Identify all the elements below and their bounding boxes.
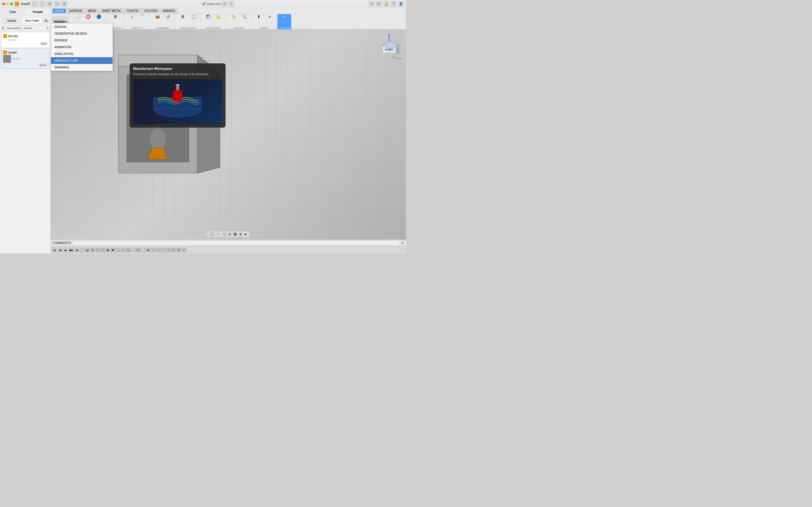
dropdown-item-design[interactable]: DESIGN	[51, 23, 112, 30]
share-button[interactable]: ↗	[369, 1, 374, 7]
tab-mesh[interactable]: MESH	[86, 8, 99, 13]
inspect-label[interactable]: INSPECT ▾	[233, 26, 245, 29]
modify-label[interactable]: MODIFY ▾	[132, 26, 143, 29]
tab-solid[interactable]: SOLID	[52, 8, 66, 13]
extensions-button[interactable]: ⬡	[376, 1, 382, 7]
tab-data[interactable]: Data	[0, 8, 26, 16]
viewport-ctrl-pan[interactable]: ✋	[216, 232, 220, 236]
construct-label[interactable]: CONSTRUCT ▾	[206, 26, 221, 29]
nav-icon-joint[interactable]: 🔧	[121, 248, 125, 252]
list-item[interactable]: lets diy 4/19/24 V1 ▾	[1, 32, 49, 47]
settings-icon[interactable]: ⚙	[43, 18, 49, 23]
next-button[interactable]: ▶▶	[69, 247, 74, 252]
nav-icon-more[interactable]: ⋯	[182, 248, 186, 252]
select-button[interactable]: ↖	[280, 14, 290, 19]
nav-icon-display[interactable]: 🖥	[90, 248, 95, 252]
assemble-joint-button[interactable]: 🔗	[163, 14, 173, 19]
tab-sheet-metal[interactable]: SHEET METAL	[99, 8, 124, 13]
modify-fillet-button[interactable]: ⌒	[138, 14, 148, 19]
modify-press-pull-button[interactable]: ↕	[127, 14, 137, 19]
nav-icon-sketch[interactable]: ✏	[95, 248, 100, 252]
comments-input[interactable]	[72, 241, 400, 245]
insert-2-button[interactable]: +	[264, 14, 274, 19]
prev-button[interactable]: ◀	[57, 247, 63, 252]
nav-icon-solid[interactable]: ⬡	[100, 248, 105, 252]
dropdown-item-render[interactable]: RENDER	[51, 37, 112, 44]
nav-icon-annotation[interactable]: 📝	[141, 248, 146, 252]
titlebar: CopyFi ← → ↺ 🔍 ✕ 🚀 rocket v14 ✕ + ↗ ⬡ 🔔 …	[0, 0, 406, 8]
insert-decal-button[interactable]: ⬇	[254, 14, 264, 19]
configure-2-button[interactable]: 📋	[188, 14, 199, 19]
upload-button[interactable]: Upload	[2, 18, 21, 24]
profile-button[interactable]: 👤	[398, 1, 404, 7]
assemble-new-component-button[interactable]: 📦	[152, 14, 162, 19]
viewport-ctrl-zoom[interactable]: 🔍	[222, 232, 226, 236]
configure-label[interactable]: CONFIGURE ▾	[181, 26, 196, 29]
viewport-ctrl-grid[interactable]: ⊞	[239, 232, 242, 236]
automate-button[interactable]: ⚙	[110, 14, 120, 19]
breadcrumb-fabacademy[interactable]: fabacademy	[7, 27, 21, 30]
dropdown-item-animation[interactable]: ANIMATION	[51, 44, 112, 50]
configure-button[interactable]: ⚙	[177, 14, 188, 19]
nav-icon-parameter[interactable]: 𝑓	[156, 248, 161, 252]
dropdown-item-generative[interactable]: GENERATIVE DESIGN	[51, 30, 112, 37]
nav-icon-render[interactable]: 🎨	[166, 248, 171, 252]
new-folder-button[interactable]: New Folder	[22, 18, 42, 24]
add-tab-button[interactable]: +	[229, 1, 234, 7]
construct-2-button[interactable]: 📐	[214, 14, 224, 19]
viewport-ctrl-fit[interactable]: ⊡	[228, 232, 232, 236]
viewport-ctrl-appearance[interactable]: ◈	[244, 232, 247, 236]
close-button[interactable]	[2, 3, 5, 5]
play-end-button[interactable]: ⏭	[74, 247, 80, 252]
nav-icon-sheet-metal[interactable]: 🔩	[151, 248, 156, 252]
tab-plastic[interactable]: PLASTIC	[124, 8, 141, 13]
nav-icon-section[interactable]: ◧	[146, 248, 151, 252]
close-tab-button[interactable]: ✕	[61, 1, 67, 7]
comments-settings-icon[interactable]: ⚙	[401, 241, 404, 244]
dropdown-item-drawing[interactable]: DRAWING ›	[51, 64, 112, 71]
breadcrumb-week11[interactable]: week11	[24, 27, 33, 30]
refresh-button[interactable]: ↺	[47, 1, 52, 7]
search-button[interactable]: 🔍	[54, 1, 60, 7]
insert-label[interactable]: INSERT ▾	[259, 26, 269, 29]
create-cylinder-button[interactable]: ⭕	[83, 14, 93, 19]
nav-icon-align[interactable]: ⊞	[176, 248, 181, 252]
create-box-button[interactable]: ⬜	[72, 14, 82, 19]
dropdown-item-simulation[interactable]: SIMULATION	[51, 50, 112, 57]
select-label[interactable]: SELECT ▾	[279, 26, 290, 29]
assemble-label[interactable]: ASSEMBLE ▾	[156, 26, 170, 29]
inspect-2-button[interactable]: 🔍	[239, 14, 249, 19]
nav-icon-construct[interactable]: 📐	[116, 248, 120, 252]
nav-forward-button[interactable]: →	[40, 1, 45, 7]
dropdown-item-manufacture[interactable]: MANUFACTURE	[51, 57, 112, 64]
close-window-button[interactable]: ✕	[221, 1, 227, 7]
minimize-button[interactable]	[6, 3, 9, 5]
nav-icon-origin[interactable]: ⊕	[126, 248, 130, 252]
viewport-ctrl-orbit[interactable]: 🔄	[209, 232, 214, 236]
nav-back-button[interactable]: ←	[32, 1, 38, 7]
tab-surface[interactable]: SURFACE	[66, 8, 85, 13]
nav-icon-move[interactable]: ✛	[171, 248, 176, 252]
nav-icon-sim[interactable]: ⚡	[161, 248, 166, 252]
nav-icon-decal[interactable]: 🏷	[136, 248, 140, 252]
create-sphere-button[interactable]: 🔵	[94, 14, 104, 19]
list-item[interactable]: rocket 4/22/24 V14 ▾	[1, 48, 49, 69]
notifications-button[interactable]: 🔔	[384, 1, 389, 7]
breadcrumb-settings-icon[interactable]: ⚙	[47, 27, 49, 30]
play-back-button[interactable]: ⏮	[52, 247, 57, 252]
tab-manage[interactable]: MANAGE	[160, 8, 177, 13]
maximize-button[interactable]	[10, 3, 13, 5]
inspect-measure-button[interactable]: 📏	[229, 14, 239, 19]
viewport-ctrl-display[interactable]: 🖼	[233, 232, 237, 236]
breadcrumb-home[interactable]: 🏠	[2, 27, 5, 30]
construct-offset-plane-button[interactable]: ⧠	[203, 14, 213, 19]
nav-icon-surface[interactable]: ◼	[105, 248, 110, 252]
play-button[interactable]: ▶	[63, 247, 68, 252]
nav-icon-mesh[interactable]: ⬢	[110, 248, 115, 252]
nav-icon-browser[interactable]: 📁	[80, 248, 85, 252]
help-button[interactable]: ?	[391, 1, 396, 7]
nav-icon-analysis[interactable]: 📊	[131, 248, 135, 252]
tab-utilities[interactable]: UTILITIES	[142, 8, 160, 13]
tab-people[interactable]: People	[26, 8, 51, 16]
nav-icon-camera[interactable]: 📷	[85, 248, 90, 252]
